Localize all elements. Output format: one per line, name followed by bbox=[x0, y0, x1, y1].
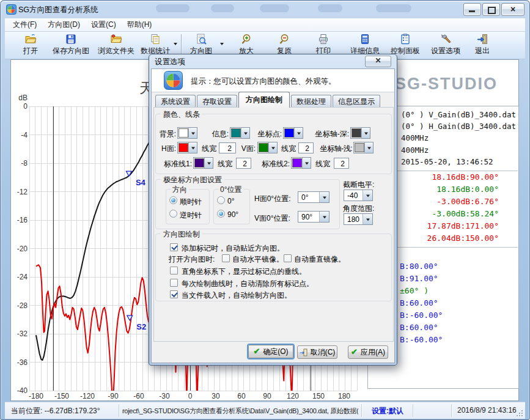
toolbar-label: 浏览文件夹 bbox=[98, 46, 134, 56]
pattern-doc-icon bbox=[195, 33, 207, 45]
dropdown-button[interactable] bbox=[188, 128, 197, 138]
close-button[interactable]: × bbox=[501, 3, 524, 16]
checkbox-attach-marker[interactable] bbox=[170, 243, 178, 251]
dropdown-button[interactable] bbox=[268, 142, 277, 153]
check-icon: ✔ bbox=[253, 348, 260, 355]
control-panel-icon bbox=[399, 33, 411, 45]
axis-light-color-label: 坐标轴-浅: bbox=[313, 144, 352, 154]
status-settings[interactable]: 设置:默认 bbox=[372, 406, 403, 416]
checkbox-mirror-v[interactable] bbox=[284, 254, 292, 262]
menu-pattern[interactable]: 方向图(D) bbox=[42, 18, 86, 32]
x-tick-label: 180 bbox=[338, 392, 350, 400]
radio-zero-90[interactable] bbox=[217, 210, 225, 218]
x-tick-label: -60 bbox=[133, 392, 144, 400]
color-swatch bbox=[179, 143, 188, 152]
minimize-icon bbox=[469, 10, 475, 12]
combo-value: 90° bbox=[298, 212, 319, 222]
checkbox-clear-marks[interactable] bbox=[170, 279, 178, 287]
pattern-dropdown-arrow[interactable] bbox=[220, 43, 224, 45]
h-zero-combo[interactable]: 0° bbox=[298, 191, 329, 203]
combo-value: -40 bbox=[344, 190, 363, 201]
ok-button[interactable]: ✔确定(O) bbox=[248, 345, 293, 358]
tab-pattern-draw[interactable]: 方向图绘制 bbox=[238, 92, 290, 108]
tab-info-display[interactable]: 信息区显示 bbox=[333, 95, 380, 108]
toolbar-save[interactable]: 保存方向图 bbox=[48, 33, 94, 57]
v-color-picker[interactable] bbox=[257, 142, 278, 153]
dropdown-button[interactable] bbox=[319, 212, 329, 222]
clip-level-combo[interactable]: -40 bbox=[344, 190, 373, 201]
toolbar-exit[interactable]: 退出 bbox=[467, 33, 498, 57]
bg-color-picker[interactable] bbox=[177, 127, 197, 139]
info-color-picker[interactable] bbox=[230, 127, 250, 139]
checkbox-vline[interactable] bbox=[170, 267, 178, 274]
tab-data-process[interactable]: 数据处理 bbox=[291, 95, 331, 108]
menu-settings[interactable]: 设置(C) bbox=[86, 18, 122, 32]
browse-folder-icon bbox=[110, 33, 122, 45]
y-tick-label: -36 bbox=[17, 358, 28, 367]
menu-file[interactable]: 文件(F) bbox=[7, 18, 42, 32]
tab-system[interactable]: 系统设置 bbox=[155, 95, 196, 108]
x-tick-label: -120 bbox=[80, 392, 95, 400]
maximize-button[interactable] bbox=[482, 3, 500, 16]
dropdown-button[interactable] bbox=[363, 214, 372, 224]
toolbar-settings[interactable]: 设置选项 bbox=[425, 33, 466, 57]
y-tick-label: 0 bbox=[23, 102, 28, 111]
data-stats-dropdown-arrow[interactable] bbox=[174, 43, 177, 45]
resize-grip[interactable] bbox=[515, 409, 523, 417]
dropdown-button[interactable] bbox=[361, 128, 370, 138]
toolbar-open[interactable]: 打开 bbox=[13, 33, 48, 57]
legend-line: 400MHz bbox=[401, 146, 517, 157]
dropdown-button[interactable] bbox=[204, 158, 213, 168]
radio-counterclockwise[interactable] bbox=[169, 210, 177, 218]
v-color-label: V面: bbox=[238, 144, 256, 154]
maximize-icon bbox=[488, 7, 496, 14]
axis-dark-color-picker[interactable] bbox=[350, 127, 370, 139]
bg-color-label: 背景: bbox=[156, 129, 176, 139]
std2-linewidth-input[interactable]: 2 bbox=[334, 158, 349, 169]
radio-clockwise[interactable] bbox=[169, 196, 177, 204]
checkbox-vline-label: 直角坐标系下，显示过标记点的垂线。 bbox=[182, 267, 306, 277]
axis-light-color-picker[interactable] bbox=[353, 142, 374, 153]
combo-value: 180 bbox=[344, 214, 363, 224]
minimize-button[interactable] bbox=[463, 3, 481, 16]
settings-tools-icon bbox=[440, 33, 452, 45]
dropdown-button[interactable] bbox=[188, 142, 197, 153]
color-swatch bbox=[259, 143, 268, 152]
color-swatch bbox=[292, 158, 302, 168]
cancel-button[interactable]: 取消(C) bbox=[297, 345, 337, 359]
radio-zero-0[interactable] bbox=[217, 196, 225, 204]
angle-range-combo[interactable]: 180 bbox=[344, 213, 373, 225]
glass-reflection bbox=[260, 4, 289, 12]
toolbar-label: 设置选项 bbox=[431, 46, 460, 56]
legend-line: (0° ) V_Gain(dB)_3400.dat bbox=[401, 110, 517, 122]
apply-button[interactable]: ✔应用(A) bbox=[348, 345, 388, 359]
dropdown-button[interactable] bbox=[364, 142, 373, 153]
v-zero-combo[interactable]: 90° bbox=[298, 211, 329, 223]
std1-linewidth-input[interactable]: 2 bbox=[236, 158, 251, 169]
dialog-close-button[interactable]: ✕ bbox=[365, 56, 391, 67]
v-linewidth-input[interactable]: 2 bbox=[298, 142, 314, 153]
h-color-picker[interactable] bbox=[177, 142, 197, 153]
toolbar-separator bbox=[181, 34, 182, 55]
dropdown-button[interactable] bbox=[363, 190, 372, 201]
dropdown-button[interactable] bbox=[294, 128, 303, 138]
radio-zero-90-label: 90° bbox=[227, 210, 238, 219]
series-0 bbox=[36, 138, 152, 360]
close-icon: × bbox=[502, 4, 524, 15]
point-color-picker[interactable] bbox=[283, 127, 303, 139]
dropdown-button[interactable] bbox=[302, 158, 311, 168]
window-controls: × bbox=[463, 3, 524, 16]
checkbox-mirror-h[interactable] bbox=[222, 254, 230, 262]
menu-help[interactable]: 帮助(H) bbox=[122, 18, 158, 32]
std1-color-picker[interactable] bbox=[193, 157, 213, 169]
x-tick-label: 30 bbox=[212, 392, 220, 400]
h-zero-label: H面0°位置: bbox=[254, 194, 290, 204]
std2-color-picker[interactable] bbox=[291, 157, 311, 169]
dropdown-button[interactable] bbox=[241, 128, 249, 138]
dropdown-button[interactable] bbox=[319, 192, 329, 202]
h-linewidth-input[interactable]: 2 bbox=[219, 142, 236, 153]
checkbox-auto-draw[interactable] bbox=[170, 290, 178, 298]
x-tick-label: 60 bbox=[237, 392, 246, 400]
toolbar-browse[interactable]: 浏览文件夹 bbox=[94, 33, 138, 57]
tab-storage[interactable]: 存取设置 bbox=[197, 95, 237, 108]
